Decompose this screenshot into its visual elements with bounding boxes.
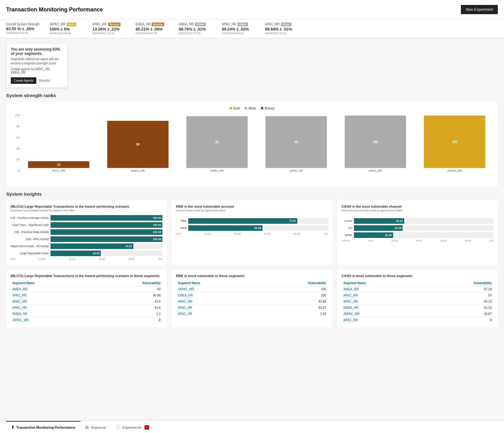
table-cell-name[interactable]: APAC_MR	[342, 292, 424, 299]
table-cell-name[interactable]: EMEA_HR	[10, 311, 93, 317]
scenario-table-title: (ML/CU) Large Reportable Transactions is…	[10, 274, 162, 278]
account-col2: Vulnerability	[258, 280, 328, 286]
content-area: You are only assessing 83% of your segme…	[0, 38, 504, 351]
table-row: APAC_HR 45.13	[342, 299, 494, 305]
table-cell-name[interactable]: EMEA_HR	[342, 305, 424, 311]
hbar-row: SO 35.28	[342, 225, 494, 231]
hbar-fill: 28.49	[354, 232, 393, 238]
table-cell-name[interactable]: AMEA_MR	[342, 286, 424, 292]
table-cell-name[interactable]: APAC_RR	[342, 317, 424, 323]
hbar-label: CASH	[342, 219, 354, 223]
bar-xlabel: JAPAC_MR	[447, 169, 462, 172]
account-axis: 0.0020.0040.0060.0080.00100	[176, 232, 328, 235]
table-cell-value: 18.87	[424, 311, 494, 317]
metric-badge: Silver	[238, 22, 248, 26]
metric-value: 98.76% ± .01%	[179, 27, 216, 31]
table-cell-value: 92	[93, 286, 163, 292]
hbar-track: 73.87	[51, 243, 162, 249]
metric-date: 03/02/2023 07:50	[136, 32, 173, 35]
new-experiment-button[interactable]: New Experiment	[461, 5, 498, 14]
metric-label: APAC_HRSilver	[222, 22, 259, 26]
channel-axis: -100.000.0020.0040.0060.0080.00100	[342, 239, 494, 242]
hbar-label: Rapid Mvmt Funds - All Activity	[10, 245, 51, 248]
table-row: APAC_MR 93.88	[176, 299, 328, 305]
metric-label: APAC_MRSilver	[265, 22, 302, 26]
legend-item: Gold	[230, 107, 240, 110]
scenario-table-card: (ML/CU) Large Reportable Transactions is…	[6, 270, 167, 327]
hbar-fill: 44.95	[51, 251, 101, 256]
y-axis: 020406080100	[11, 114, 20, 172]
metric-label: Overall System Strength	[6, 22, 43, 26]
hbar-track: 77.87	[188, 218, 328, 224]
metric-card: AMEA_MRSilver 98.76% ± .01% 03/01/2023 0…	[179, 22, 216, 35]
bar-group: 99 APAC_HR	[258, 114, 335, 172]
table-cell-name[interactable]: APAC_RR	[10, 292, 93, 299]
metric-badge: Silver	[195, 22, 206, 26]
metric-card: EMEA_HRBronze 90.21% ± .09% 03/02/2023 0…	[136, 22, 173, 35]
scenario-insight-title: (ML/CU) Large Reportable Transactions is…	[10, 205, 162, 208]
table-cell-name[interactable]: APAC_RR	[176, 305, 258, 311]
scenario-axis: 0.0020.0040.0060.0080.00100	[10, 258, 162, 260]
table-cell-value: 1.2	[93, 311, 163, 317]
channel-insight-subtitle: Channels successfully used by agents mos…	[342, 209, 494, 212]
table-cell-name[interactable]: APAC_MR	[176, 299, 258, 305]
hbar-value: 52.66	[254, 227, 261, 230]
y-axis-label: 40	[11, 147, 20, 150]
metric-label: EMEA_HRBronze	[136, 22, 173, 26]
bar-value: 100	[373, 140, 378, 144]
bar: 13	[28, 161, 89, 168]
legend-dot	[261, 107, 263, 109]
scenario-insight-subtitle: Scenarios successfully evaded by agents …	[10, 209, 162, 212]
hbar-value: 100.00	[153, 223, 161, 227]
hbar-fill: 73.87	[51, 243, 133, 249]
page-title: Transaction Monitoring Performance	[6, 6, 103, 13]
table-cell-value: 100	[258, 292, 328, 299]
table-row: AMEA_MR 92	[10, 286, 162, 292]
metric-label: JAPAC_MRGold	[49, 22, 86, 26]
y-axis-label: 100	[11, 114, 20, 117]
table-cell-name[interactable]: JAPAC_MR	[176, 286, 258, 292]
metric-card: JAPAC_MRGold 100% ± 0% 03/08/2023 04:06	[49, 22, 86, 35]
table-cell-value: 41.6	[93, 305, 163, 311]
y-axis-label: 20	[11, 158, 20, 161]
chart-legend: GoldSilverBronze	[11, 107, 493, 110]
hbar-value: 36.23	[396, 219, 403, 223]
bar-value: 99	[295, 141, 298, 144]
metric-card: APAC_MRSilver 99.84% ± .01% 03/06/2023 1…	[265, 22, 302, 35]
y-axis-label: 80	[11, 125, 20, 128]
account-table-title: RBK is most vulnerable in these segments	[176, 274, 328, 278]
hbar-track: 28.49	[354, 232, 494, 238]
bar-group: 13 APAC_RR	[20, 114, 97, 172]
dismiss-button[interactable]: Dismiss	[39, 77, 50, 84]
tooltip-box: You are only assessing 83% of your segme…	[6, 43, 68, 88]
hbar-row: CIB - HRG Activity 100.00	[10, 236, 162, 242]
channel-col1: Segment Name	[342, 280, 424, 286]
hbar-row: CIB - Previous Peak Activity 100.00	[10, 229, 162, 235]
table-cell-name[interactable]: AMEA_MR	[10, 286, 93, 292]
table-cell-name[interactable]: JAPAC_MR	[10, 317, 93, 323]
table-row: EMEA_HR 1.2	[10, 311, 162, 317]
create-agents-button[interactable]: Create Agents	[11, 77, 36, 84]
metric-date: 03/06/2023 13:32	[265, 32, 302, 35]
table-cell-name[interactable]: EMEA_HR	[176, 292, 258, 299]
bar: 90	[107, 121, 169, 168]
hbar-fill: 100.00	[51, 222, 162, 228]
table-cell-value: 93.87	[258, 305, 328, 311]
bar-xlabel: AMEA_HR	[210, 169, 224, 172]
table-cell-value: 54	[424, 292, 494, 299]
hbar-track: 100.00	[51, 215, 162, 221]
metric-label: AMEA_MRSilver	[179, 22, 216, 26]
hbar-value: 77.87	[289, 219, 296, 223]
table-cell-name[interactable]: APAC_HR	[342, 299, 424, 305]
table-cell-name[interactable]: APAC_MR	[10, 299, 93, 305]
table-cell-name[interactable]: APAC_HR	[10, 305, 93, 311]
table-cell-name[interactable]: JAPAC_MR	[342, 311, 424, 317]
table-row: JAPAC_MR 18.87	[342, 311, 494, 317]
hbar-row: RBK 77.87	[176, 218, 328, 224]
hbar-track: 44.95	[51, 251, 162, 256]
table-cell-value: 45.13	[424, 299, 494, 305]
table-cell-name[interactable]: APAC_HR	[176, 311, 258, 317]
hbar-fill: 36.23	[354, 218, 404, 224]
table-cell-value: 42.19	[424, 305, 494, 311]
bar: 100	[424, 116, 485, 168]
